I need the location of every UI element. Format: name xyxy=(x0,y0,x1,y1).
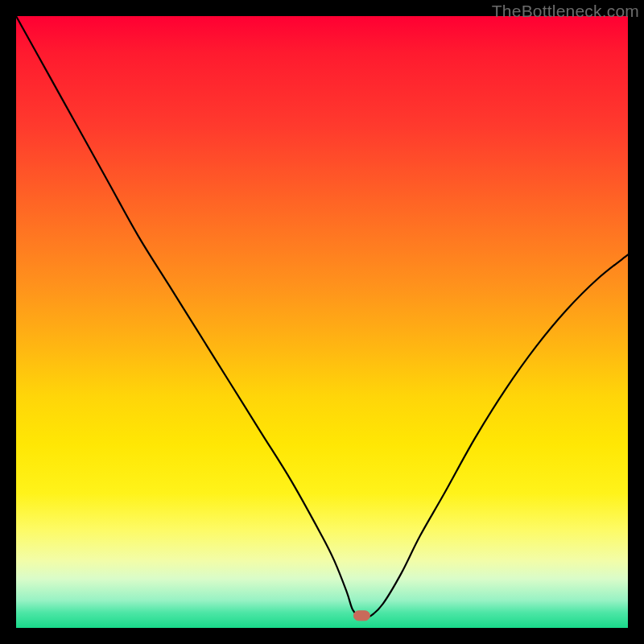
bottleneck-curve xyxy=(16,16,628,617)
chart-svg xyxy=(16,16,628,628)
optimal-point-marker xyxy=(353,611,369,621)
chart-stage: TheBottleneck.com xyxy=(0,0,644,644)
plot-area xyxy=(16,16,628,628)
